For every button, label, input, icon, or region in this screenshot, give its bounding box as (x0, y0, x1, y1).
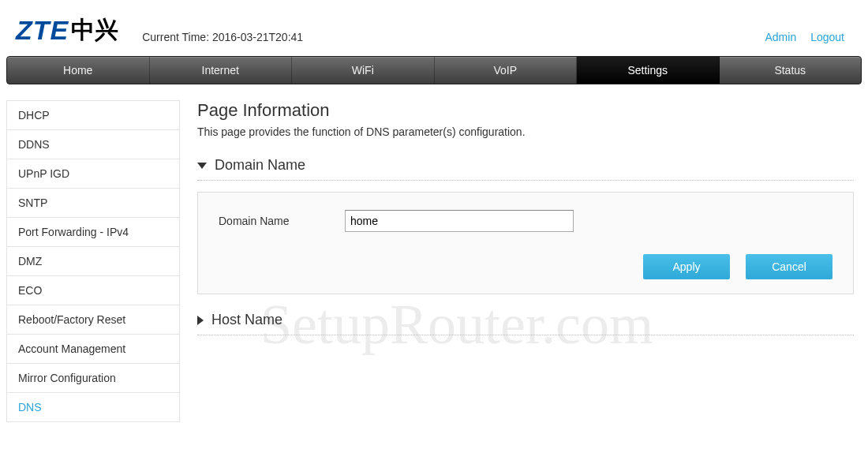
sidebar-item-dmz[interactable]: DMZ (7, 247, 179, 276)
domain-name-input[interactable] (345, 210, 574, 232)
sidebar-item-eco[interactable]: ECO (7, 276, 179, 305)
chevron-down-icon (197, 163, 207, 169)
header-links: Admin Logout (765, 31, 844, 43)
topnav-item-status[interactable]: Status (720, 57, 862, 84)
sidebar-item-dhcp[interactable]: DHCP (7, 101, 179, 130)
topnav-item-voip[interactable]: VoIP (435, 57, 578, 84)
topnav-item-settings[interactable]: Settings (577, 57, 720, 84)
sidebar-item-mirror-configuration[interactable]: Mirror Configuration (7, 364, 179, 393)
section-host-name-header[interactable]: Host Name (197, 312, 854, 335)
main-content: Page Information This page provides the … (197, 100, 862, 335)
sidebar-item-ddns[interactable]: DDNS (7, 130, 179, 159)
apply-button[interactable]: Apply (643, 254, 730, 279)
sidebar-item-dns[interactable]: DNS (7, 393, 179, 421)
topnav-item-internet[interactable]: Internet (150, 57, 293, 84)
cancel-button[interactable]: Cancel (746, 254, 832, 279)
sidebar-item-port-forwarding-ipv4[interactable]: Port Forwarding - IPv4 (7, 218, 179, 247)
sidebar-item-account-management[interactable]: Account Management (7, 335, 179, 364)
topnav-item-wifi[interactable]: WiFi (292, 57, 435, 84)
logo-zte-text: ZTE (16, 15, 69, 46)
sidebar-item-sntp[interactable]: SNTP (7, 189, 179, 218)
section-domain-name-header[interactable]: Domain Name (197, 157, 854, 181)
top-navigation: HomeInternetWiFiVoIPSettingsStatus (6, 56, 862, 84)
chevron-right-icon (197, 316, 204, 325)
button-row: Apply Cancel (219, 254, 832, 279)
section-domain-heading: Domain Name (215, 157, 305, 174)
domain-name-row: Domain Name (219, 210, 832, 232)
section-host-heading: Host Name (211, 312, 282, 328)
topnav-item-home[interactable]: Home (7, 57, 150, 84)
sidebar: DHCPDDNSUPnP IGDSNTPPort Forwarding - IP… (6, 100, 180, 422)
admin-link[interactable]: Admin (765, 31, 796, 43)
sidebar-item-upnp-igd[interactable]: UPnP IGD (7, 159, 179, 189)
logo-cn-text: 中兴 (71, 14, 118, 47)
sidebar-item-reboot-factory-reset[interactable]: Reboot/Factory Reset (7, 305, 179, 335)
page-title: Page Information (197, 100, 854, 121)
domain-name-label: Domain Name (219, 215, 345, 227)
page-description: This page provides the function of DNS p… (197, 125, 854, 138)
logo: ZTE 中兴 (16, 14, 118, 47)
header: ZTE 中兴 Current Time: 2016-03-21T20:41 Ad… (0, 0, 868, 56)
logout-link[interactable]: Logout (810, 31, 844, 43)
current-time-label: Current Time: 2016-03-21T20:41 (142, 31, 303, 43)
domain-name-form: Domain Name Apply Cancel (197, 192, 854, 294)
